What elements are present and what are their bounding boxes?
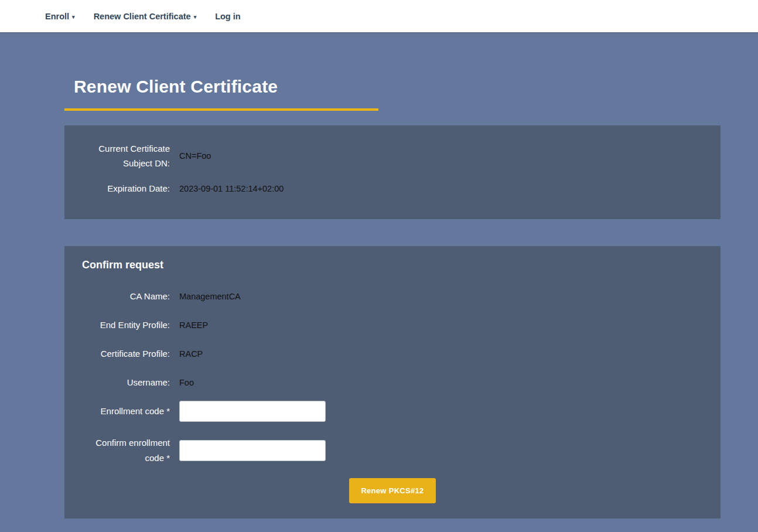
current-certificate-panel: Current Certificate Subject DN: CN=Foo E… bbox=[64, 125, 721, 219]
subject-dn-row: Current Certificate Subject DN: CN=Foo bbox=[82, 139, 703, 172]
button-row: Renew PKCS#12 bbox=[82, 478, 703, 503]
username-label: Username: bbox=[82, 375, 170, 390]
subject-dn-value: CN=Foo bbox=[179, 151, 703, 161]
nav-item-log-in[interactable]: Log in bbox=[206, 12, 250, 21]
enrollment-code-label: Enrollment code * bbox=[82, 404, 170, 419]
expiration-date-value: 2023-09-01 11:52:14+02:00 bbox=[179, 184, 703, 193]
username-value: Foo bbox=[179, 378, 703, 387]
ca-name-value: ManagementCA bbox=[179, 292, 703, 301]
end-entity-profile-value: RAEEP bbox=[179, 320, 703, 330]
nav-item-login-label: Log in bbox=[215, 12, 241, 21]
confirm-request-panel: Confirm request CA Name: ManagementCA En… bbox=[64, 246, 721, 519]
end-entity-profile-row: End Entity Profile: RAEEP bbox=[82, 311, 703, 339]
page-title-wrap: Renew Client Certificate bbox=[64, 77, 378, 111]
end-entity-profile-label: End Entity Profile: bbox=[82, 318, 170, 333]
ca-name-label: CA Name: bbox=[82, 289, 170, 304]
confirm-request-heading: Confirm request bbox=[82, 259, 703, 271]
certificate-profile-row: Certificate Profile: RACP bbox=[82, 339, 703, 368]
certificate-profile-value: RACP bbox=[179, 349, 703, 359]
ca-name-row: CA Name: ManagementCA bbox=[82, 282, 703, 311]
expiration-date-row: Expiration Date: 2023-09-01 11:52:14+02:… bbox=[82, 172, 703, 205]
subject-dn-label: Current Certificate Subject DN: bbox=[82, 141, 170, 171]
confirm-enrollment-code-row: Confirm enrollment code * bbox=[82, 435, 703, 465]
username-row: Username: Foo bbox=[82, 368, 703, 397]
confirm-enrollment-code-input[interactable] bbox=[179, 440, 326, 461]
enrollment-code-row: Enrollment code * bbox=[82, 397, 703, 426]
nav-item-renew-label: Renew Client Certificate bbox=[94, 12, 191, 21]
page-title: Renew Client Certificate bbox=[74, 77, 378, 97]
top-navbar: Enroll ▾ Renew Client Certificate ▾ Log … bbox=[0, 0, 758, 32]
enrollment-code-input[interactable] bbox=[179, 401, 326, 422]
nav-item-renew-client-certificate[interactable]: Renew Client Certificate ▾ bbox=[84, 12, 206, 21]
renew-pkcs12-button[interactable]: Renew PKCS#12 bbox=[349, 478, 435, 503]
nav-item-enroll-label: Enroll bbox=[45, 12, 69, 21]
caret-down-icon: ▾ bbox=[194, 14, 197, 20]
caret-down-icon: ▾ bbox=[72, 14, 75, 20]
expiration-date-label: Expiration Date: bbox=[82, 181, 170, 196]
page-content: Renew Client Certificate Current Certifi… bbox=[64, 77, 721, 519]
confirm-enrollment-code-label: Confirm enrollment code * bbox=[82, 435, 170, 465]
certificate-profile-label: Certificate Profile: bbox=[82, 346, 170, 362]
nav-item-enroll[interactable]: Enroll ▾ bbox=[36, 12, 84, 21]
